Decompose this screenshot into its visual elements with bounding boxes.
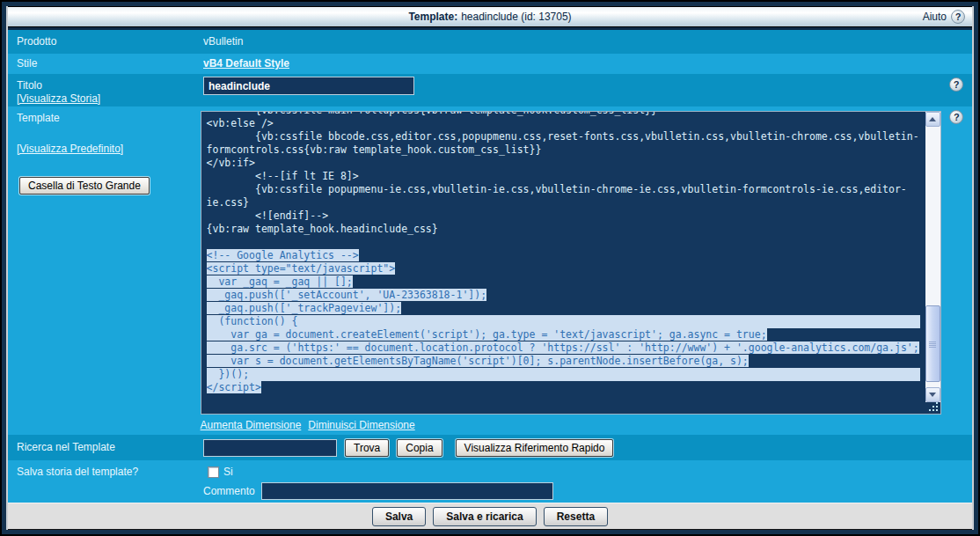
comment-input[interactable] <box>261 482 553 500</box>
row-save-history: Salva storia del template? Si Commento <box>8 460 972 503</box>
code-line: </script> <box>207 381 920 394</box>
code-line: {vb:cssfile popupmenu-ie.css,vbulletin-i… <box>207 183 920 209</box>
decrease-size-link[interactable]: Diminuisci Dimensione <box>308 419 414 431</box>
reset-button[interactable]: Resetta <box>544 507 608 526</box>
code-viewport[interactable]: {vb:cssfile main-rollup.css{vb:raw templ… <box>201 112 925 414</box>
find-button[interactable]: Trova <box>345 439 389 457</box>
view-default-link[interactable]: [Visualizza Predefinito] <box>17 143 123 155</box>
page-title: Template: headinclude (id: 13705) <box>8 7 972 26</box>
yes-label: Si <box>223 466 233 478</box>
code-line: <![endif]--> <box>207 209 920 223</box>
code-line: <!--[if lt IE 8]> <box>207 170 920 183</box>
chevron-up-icon <box>929 117 936 121</box>
scrollbar-up-button[interactable] <box>925 112 940 127</box>
scrollbar-track[interactable] <box>925 127 940 387</box>
row-prodotto: Prodotto vBulletin <box>8 30 972 54</box>
page-title-label: Template: <box>408 11 457 23</box>
title-input[interactable] <box>203 77 414 95</box>
code-line: <!-- Google Analytics --> <box>207 249 920 262</box>
view-history-link[interactable]: [Visualizza Storia] <box>17 92 100 105</box>
prodotto-label: Prodotto <box>8 30 203 54</box>
code-line: })(); <box>207 368 920 381</box>
copy-button[interactable]: Copia <box>397 439 442 457</box>
code-line: _gaq.push(['_setAccount', 'UA-23363818-1… <box>207 289 920 302</box>
code-line: var s = document.getElementsByTagName('s… <box>207 355 920 368</box>
row-stile: Stile vB4 Default Style <box>8 54 972 74</box>
increase-size-link[interactable]: Aumenta Dimensione <box>201 419 302 431</box>
footer-bar: Salva Salva e ricarica Resetta <box>8 503 972 530</box>
code-line: {vb:raw template_hook.headinclude_css} <box>207 223 920 236</box>
template-code-editor[interactable]: {vb:cssfile main-rollup.css{vb:raw templ… <box>201 111 941 415</box>
titolo-label: Titolo <box>17 79 203 92</box>
search-input[interactable] <box>203 439 337 457</box>
stile-label: Stile <box>8 54 203 74</box>
help-question-icon[interactable]: ? <box>951 10 965 24</box>
editor-scrollbar[interactable] <box>925 112 940 414</box>
titolo-help-icon[interactable]: ? <box>949 77 963 92</box>
quick-reference-button[interactable]: Visualizza Riferimento Rapido <box>456 439 614 457</box>
help-link[interactable]: Aiuto <box>923 11 947 23</box>
chevron-down-icon <box>929 393 936 397</box>
window-frame: Template: headinclude (id: 13705) Aiuto … <box>0 0 980 536</box>
code-line: ga.src = ('https:' == document.location.… <box>207 341 920 355</box>
code-line: <vb:else /> <box>207 117 920 130</box>
code-editor-content[interactable]: {vb:cssfile main-rollup.css{vb:raw templ… <box>201 112 920 394</box>
scrollbar-thumb[interactable] <box>925 305 940 382</box>
row-search: Ricerca nel Template Trova Copia Visuali… <box>8 435 972 460</box>
code-line: {vb:cssfile bbcode.css,editor.css,popupm… <box>207 130 920 157</box>
style-link[interactable]: vB4 Default Style <box>203 57 289 70</box>
row-titolo: Titolo [Visualizza Storia] ? <box>8 74 972 106</box>
code-line: </vb:if> <box>207 157 920 170</box>
code-line: var ga = document.createElement('script'… <box>207 328 920 341</box>
prodotto-value: vBulletin <box>203 30 940 54</box>
resize-grip-icon <box>936 409 938 411</box>
large-textbox-button[interactable]: Casella di Testo Grande <box>19 177 150 195</box>
code-line: (function() { <box>207 315 920 328</box>
save-reload-button[interactable]: Salva e ricarica <box>433 507 536 526</box>
save-button[interactable]: Salva <box>372 507 426 526</box>
code-line: _gaq.push(['_trackPageview']); <box>207 302 920 315</box>
thumb-grip-icon <box>929 343 936 344</box>
row-template: Template [Visualizza Predefinito] Casell… <box>8 106 972 435</box>
scrollbar-down-button[interactable] <box>925 387 940 402</box>
code-line: var _gaq = _gaq || []; <box>207 275 920 289</box>
search-label: Ricerca nel Template <box>8 441 203 454</box>
help-area: Aiuto ? <box>923 7 965 26</box>
save-history-checkbox[interactable] <box>208 466 219 478</box>
template-help-icon[interactable]: ? <box>949 110 963 124</box>
page-title-value: headinclude (id: 13705) <box>461 11 571 23</box>
save-history-label: Salva storia del template? <box>8 460 203 503</box>
comment-label: Commento <box>203 485 255 497</box>
code-line: <script type="text/javascript"> <box>207 262 920 275</box>
code-line <box>207 236 920 249</box>
resize-grip[interactable] <box>925 402 940 414</box>
titlebar: Template: headinclude (id: 13705) Aiuto … <box>8 6 972 27</box>
template-label: Template <box>17 112 201 125</box>
template-editor-panel: Template: headinclude (id: 13705) Aiuto … <box>6 6 974 530</box>
